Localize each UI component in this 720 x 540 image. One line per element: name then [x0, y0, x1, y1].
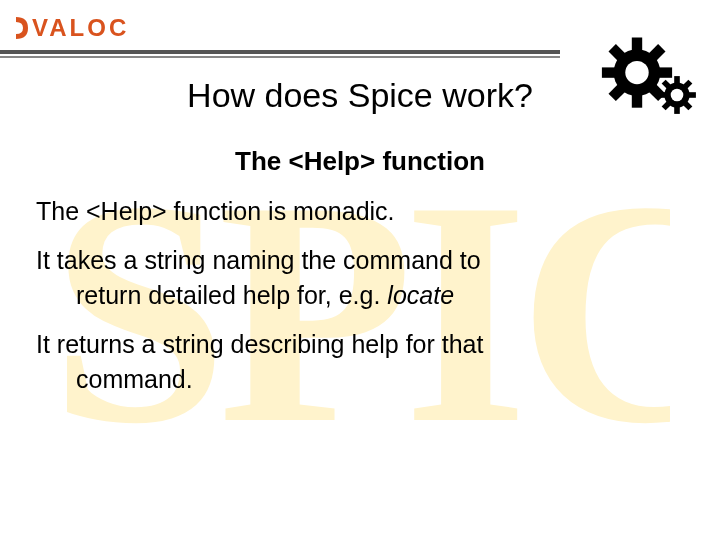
- paragraph-3-line2: command.: [36, 362, 670, 397]
- paragraph-2-line2-prefix: return detailed help for, e.g.: [76, 281, 387, 309]
- paragraph-2-line1: It takes a string naming the command to: [36, 246, 481, 274]
- slide-title: How does Spice work?: [0, 76, 720, 115]
- slide-subtitle: The <Help> function: [0, 146, 720, 177]
- brand-logo: VALOC: [14, 14, 174, 42]
- paragraph-1: The <Help> function is monadic.: [36, 197, 395, 225]
- header-rule-thick: [0, 50, 560, 54]
- slide-body: The <Help> function is monadic. It takes…: [36, 194, 670, 411]
- svg-text:VALOC: VALOC: [32, 14, 129, 41]
- header-rule-thin: [0, 56, 560, 58]
- paragraph-3-line1: It returns a string describing help for …: [36, 330, 483, 358]
- paragraph-2-line2-ital: locate: [387, 281, 454, 309]
